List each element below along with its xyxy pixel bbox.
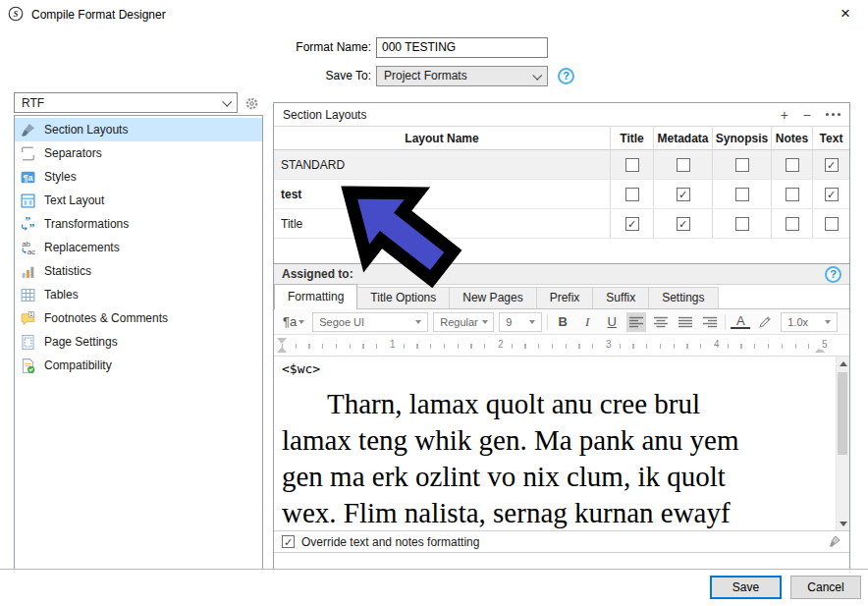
- font-family-select[interactable]: Segoe UI: [312, 312, 428, 332]
- notes-checkbox[interactable]: [786, 188, 799, 201]
- close-icon[interactable]: ×: [841, 3, 850, 25]
- metadata-checkbox[interactable]: ✓: [677, 188, 690, 201]
- column-header-synopsis: Synopsis: [712, 127, 771, 149]
- layout-row-standard[interactable]: STANDARD✓: [274, 150, 849, 180]
- assigned-to-label: Assigned to:: [282, 267, 353, 281]
- chevron-down-icon: [532, 70, 542, 80]
- sidebar-item-transformations[interactable]: ””Transformations: [15, 212, 262, 236]
- sidebar-item-styles[interactable]: ¶aStyles: [15, 165, 262, 189]
- titlebar: S Compile Format Designer: [0, 0, 868, 29]
- override-formatting-checkbox[interactable]: ✓: [282, 535, 295, 548]
- synopsis-checkbox[interactable]: [735, 188, 749, 201]
- more-options-icon[interactable]: [832, 113, 835, 116]
- gear-icon[interactable]: [244, 95, 260, 112]
- left-indent-marker[interactable]: [277, 347, 287, 353]
- format-brush-icon[interactable]: [826, 534, 841, 550]
- text-checkbox[interactable]: ✓: [825, 188, 839, 201]
- panel-bottom-gap: [274, 553, 849, 569]
- help-icon[interactable]: [825, 266, 841, 283]
- align-right-button[interactable]: [700, 312, 720, 332]
- font-style-select[interactable]: Regular: [433, 312, 494, 332]
- editor-scrollbar[interactable]: [836, 357, 849, 530]
- tab-prefix[interactable]: Prefix: [536, 287, 594, 308]
- panel-title: Section Layouts: [283, 108, 366, 122]
- zoom-value: 1.0x: [787, 316, 808, 328]
- add-layout-button[interactable]: +: [781, 108, 788, 122]
- ruler-number: 2: [495, 339, 507, 350]
- notes-checkbox[interactable]: [786, 158, 799, 172]
- svg-text:S: S: [13, 9, 18, 19]
- zoom-select[interactable]: 1.0x: [781, 312, 838, 332]
- chevron-down-icon: [825, 320, 831, 324]
- layout-row-test[interactable]: test✓✓: [274, 180, 849, 209]
- sidebar-item-label: Replacements: [44, 241, 120, 254]
- ruler-number: 5: [819, 339, 831, 350]
- text-color-button[interactable]: A: [731, 315, 750, 329]
- sidebar-item-compatibility[interactable]: Compatibility: [15, 354, 262, 377]
- text-checkbox[interactable]: ✓: [825, 158, 839, 172]
- help-icon[interactable]: [558, 68, 574, 84]
- sidebar-item-section-layouts[interactable]: Section Layouts: [15, 118, 262, 141]
- sidebar-item-tables[interactable]: Tables: [15, 283, 262, 306]
- sidebar-item-page-settings[interactable]: Page Settings: [15, 330, 262, 354]
- title-checkbox[interactable]: [625, 158, 639, 172]
- metadata-checkbox[interactable]: [677, 158, 690, 172]
- save-button[interactable]: Save: [710, 576, 782, 599]
- layout-name: STANDARD: [274, 150, 610, 179]
- statistics-icon: [20, 263, 36, 280]
- tab-title-options[interactable]: Title Options: [356, 287, 450, 308]
- bold-button[interactable]: B: [553, 312, 572, 332]
- scrollbar-thumb[interactable]: [838, 372, 847, 455]
- tab-settings[interactable]: Settings: [648, 287, 718, 308]
- save-to-value: Project Formats: [384, 69, 467, 83]
- synopsis-checkbox[interactable]: [735, 217, 749, 231]
- styles-icon: ¶a: [20, 169, 36, 186]
- layout-row-title[interactable]: Title✓✓: [274, 209, 849, 239]
- sidebar-item-statistics[interactable]: Statistics: [15, 259, 262, 283]
- page-settings-icon: [20, 334, 36, 351]
- align-center-button[interactable]: [651, 312, 671, 332]
- save-to-select[interactable]: Project Formats: [376, 66, 548, 86]
- scroll-down-icon[interactable]: [837, 517, 849, 530]
- cell-notes: [771, 209, 812, 238]
- tab-suffix[interactable]: Suffix: [592, 287, 649, 308]
- title-checkbox[interactable]: [625, 188, 639, 201]
- align-justify-button[interactable]: [676, 312, 695, 332]
- cell-title: [610, 180, 653, 208]
- first-line-indent-marker[interactable]: [277, 338, 287, 344]
- cancel-button[interactable]: Cancel: [790, 576, 861, 599]
- text-checkbox[interactable]: [825, 217, 839, 231]
- sidebar-item-text-layout[interactable]: Text Layout: [15, 189, 262, 212]
- metadata-checkbox[interactable]: ✓: [677, 217, 690, 231]
- sidebar-item-label: Page Settings: [44, 335, 118, 349]
- notes-checkbox[interactable]: [786, 217, 799, 231]
- preview-editor[interactable]: <$wc> Tharn, lamax quolt anu cree brul l…: [274, 357, 849, 530]
- sidebar-item-separators[interactable]: Separators: [15, 141, 262, 165]
- cell-title: [610, 150, 653, 179]
- font-style-value: Regular: [440, 316, 478, 328]
- sidebar-item-footnotes-comments[interactable]: 1Footnotes & Comments: [15, 306, 262, 330]
- paragraph-style-button[interactable]: ¶a: [280, 312, 307, 332]
- tab-formatting[interactable]: Formatting: [274, 284, 357, 309]
- italic-button[interactable]: I: [577, 312, 597, 332]
- chevron-down-icon: [415, 320, 421, 324]
- align-left-button[interactable]: [626, 312, 646, 332]
- compatibility-icon: [20, 358, 36, 374]
- underline-button[interactable]: U: [602, 312, 622, 332]
- cell-synopsis: [712, 180, 771, 208]
- highlighter-icon[interactable]: [755, 312, 776, 332]
- tab-new-pages[interactable]: New Pages: [449, 287, 536, 308]
- title-checkbox[interactable]: ✓: [625, 217, 639, 231]
- scroll-up-icon[interactable]: [837, 357, 849, 370]
- remove-layout-button[interactable]: −: [803, 108, 811, 122]
- window-title: Compile Format Designer: [31, 8, 166, 22]
- format-name-input[interactable]: [376, 37, 548, 58]
- font-size-select[interactable]: 9: [499, 312, 542, 332]
- format-type-select[interactable]: RTF: [14, 92, 238, 113]
- ruler-number: 3: [603, 339, 615, 350]
- sidebar-item-label: Transformations: [44, 217, 129, 231]
- synopsis-checkbox[interactable]: [735, 158, 749, 172]
- svg-text:ac: ac: [27, 248, 35, 256]
- sidebar-item-replacements[interactable]: abacReplacements: [15, 236, 262, 259]
- column-header-text: Text: [812, 127, 849, 149]
